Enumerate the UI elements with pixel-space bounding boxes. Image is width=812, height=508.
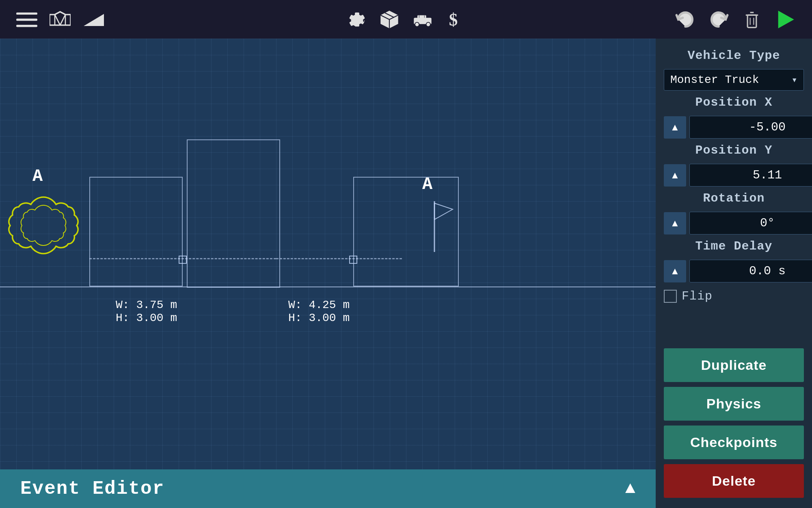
svg-marker-27 — [434, 203, 453, 219]
monster-truck-container: A — [8, 189, 79, 266]
vehicle-type-value: Monster Truck — [670, 74, 759, 86]
rotation-up-button[interactable]: ▲ — [664, 212, 686, 234]
obstacle-left — [89, 177, 183, 287]
position-y-input[interactable] — [689, 164, 812, 187]
handle-right[interactable] — [349, 256, 357, 264]
svg-rect-14 — [417, 15, 426, 19]
toolbar-center: $ — [346, 9, 466, 30]
toolbar-left — [16, 9, 104, 30]
svg-rect-0 — [16, 12, 37, 14]
obstacle2-width: W: 4.25 m — [288, 299, 350, 311]
physics-button[interactable]: Physics — [664, 387, 804, 421]
delete-button[interactable]: Delete — [664, 464, 804, 498]
svg-line-6 — [55, 14, 60, 25]
position-y-control: ▲ ▼ — [664, 164, 804, 187]
settings-icon[interactable] — [346, 9, 367, 30]
flip-label: Flip — [682, 289, 713, 303]
flip-checkbox[interactable] — [664, 290, 677, 303]
event-editor-chevron[interactable]: ▲ — [625, 479, 635, 499]
vehicle-type-label: Vehicle Type — [664, 49, 804, 63]
svg-point-15 — [415, 22, 419, 26]
svg-rect-2 — [16, 25, 37, 27]
toolbar-right — [675, 9, 796, 30]
right-panel: Vehicle Type Monster Truck ▾ Position X … — [656, 39, 812, 508]
redo-icon[interactable] — [708, 9, 729, 30]
monster-truck-svg — [8, 189, 79, 264]
svg-rect-20 — [747, 15, 756, 27]
obstacle1-height: H: 3.00 m — [116, 312, 177, 324]
menu-icon[interactable] — [16, 9, 37, 30]
rotation-label: Rotation — [664, 191, 804, 205]
obstacle1-width: W: 3.75 m — [116, 299, 177, 311]
time-delay-control: ▲ ▼ — [664, 260, 804, 282]
handle-left[interactable] — [179, 256, 187, 264]
position-x-label: Position X — [664, 96, 804, 109]
bridge-icon[interactable] — [50, 9, 71, 30]
position-y-up-button[interactable]: ▲ — [664, 164, 686, 187]
svg-rect-1 — [16, 18, 37, 20]
obstacle2-height: H: 3.00 m — [288, 312, 350, 324]
svg-line-7 — [60, 14, 65, 25]
position-x-input[interactable] — [689, 116, 812, 139]
vehicle-icon[interactable] — [412, 9, 433, 30]
svg-text:$: $ — [449, 10, 458, 29]
obstacle-center — [187, 139, 280, 288]
event-editor[interactable]: Event Editor ▲ — [0, 469, 656, 508]
duplicate-button[interactable]: Duplicate — [664, 348, 804, 382]
svg-marker-8 — [83, 14, 104, 26]
play-icon[interactable] — [775, 9, 796, 30]
chevron-down-icon: ▾ — [792, 74, 797, 86]
time-delay-label: Time Delay — [664, 239, 804, 253]
checkpoint-label: A — [422, 175, 432, 194]
flag-svg — [430, 197, 455, 254]
checkpoint-container: A — [430, 197, 455, 256]
undo-icon[interactable] — [675, 9, 696, 30]
time-delay-input[interactable] — [689, 260, 812, 282]
svg-point-16 — [426, 22, 430, 26]
position-x-control: ▲ ▼ — [664, 116, 804, 139]
trash-icon[interactable] — [741, 9, 762, 30]
package-icon[interactable] — [379, 9, 400, 30]
position-y-label: Position Y — [664, 143, 804, 157]
time-delay-up-button[interactable]: ▲ — [664, 260, 686, 282]
position-x-up-button[interactable]: ▲ — [664, 116, 686, 139]
checkpoints-button[interactable]: Checkpoints — [664, 426, 804, 459]
canvas-area[interactable]: A W: 3.75 m H: 3.00 m — [0, 39, 656, 508]
rotation-control: ▲ ▼ — [664, 212, 804, 234]
flip-row: Flip — [664, 287, 804, 305]
event-editor-title: Event Editor — [20, 478, 164, 499]
truck-label: A — [32, 167, 43, 186]
vehicle-type-dropdown[interactable]: Monster Truck ▾ — [664, 69, 804, 91]
ramp-icon[interactable] — [83, 9, 104, 30]
svg-marker-25 — [778, 11, 794, 28]
main: A W: 3.75 m H: 3.00 m — [0, 39, 812, 508]
rotation-input[interactable] — [689, 212, 812, 234]
extended-ground — [0, 287, 656, 287]
canvas-scene: A W: 3.75 m H: 3.00 m — [0, 39, 656, 469]
toolbar: $ — [0, 0, 812, 39]
money-icon[interactable]: $ — [445, 9, 466, 30]
